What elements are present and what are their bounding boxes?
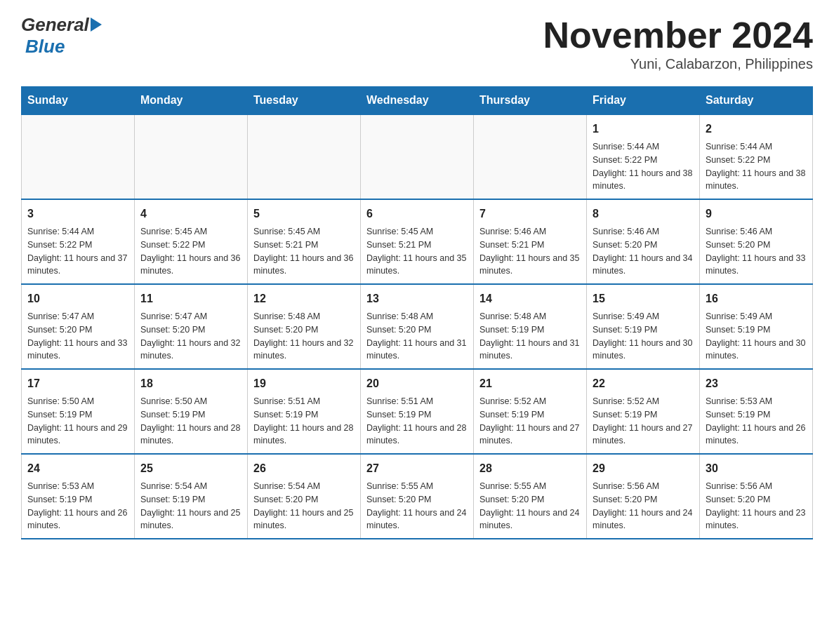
day-number: 19 — [253, 375, 355, 392]
day-number: 28 — [479, 460, 581, 477]
weekday-header-friday: Friday — [587, 87, 700, 115]
calendar-cell: 18Sunrise: 5:50 AM Sunset: 5:19 PM Dayli… — [135, 369, 248, 454]
day-info: Sunrise: 5:46 AM Sunset: 5:20 PM Dayligh… — [706, 225, 807, 278]
calendar-cell: 29Sunrise: 5:56 AM Sunset: 5:20 PM Dayli… — [587, 454, 700, 539]
calendar-cell: 12Sunrise: 5:48 AM Sunset: 5:20 PM Dayli… — [248, 284, 361, 369]
day-number: 17 — [27, 375, 128, 392]
weekday-header-wednesday: Wednesday — [361, 87, 474, 115]
calendar-cell: 10Sunrise: 5:47 AM Sunset: 5:20 PM Dayli… — [22, 284, 135, 369]
day-number: 24 — [27, 460, 128, 477]
calendar-cell: 30Sunrise: 5:56 AM Sunset: 5:20 PM Dayli… — [700, 454, 813, 539]
logo-blue-text: Blue — [22, 36, 65, 58]
calendar-cell: 26Sunrise: 5:54 AM Sunset: 5:20 PM Dayli… — [248, 454, 361, 539]
day-info: Sunrise: 5:49 AM Sunset: 5:19 PM Dayligh… — [706, 310, 807, 363]
logo: General Blue — [21, 14, 102, 58]
day-number: 7 — [479, 206, 581, 222]
day-info: Sunrise: 5:47 AM Sunset: 5:20 PM Dayligh… — [27, 310, 128, 363]
calendar-cell: 14Sunrise: 5:48 AM Sunset: 5:19 PM Dayli… — [474, 284, 587, 369]
day-info: Sunrise: 5:49 AM Sunset: 5:19 PM Dayligh… — [593, 310, 694, 363]
day-number: 11 — [140, 290, 241, 307]
month-title: November 2024 — [543, 14, 813, 56]
calendar-cell: 11Sunrise: 5:47 AM Sunset: 5:20 PM Dayli… — [135, 284, 248, 369]
day-info: Sunrise: 5:52 AM Sunset: 5:19 PM Dayligh… — [479, 395, 581, 448]
day-info: Sunrise: 5:44 AM Sunset: 5:22 PM Dayligh… — [27, 225, 128, 278]
day-number: 29 — [593, 460, 694, 477]
weekday-header-row: SundayMondayTuesdayWednesdayThursdayFrid… — [22, 87, 813, 115]
calendar-week-row: 10Sunrise: 5:47 AM Sunset: 5:20 PM Dayli… — [22, 284, 813, 369]
calendar-cell: 1Sunrise: 5:44 AM Sunset: 5:22 PM Daylig… — [587, 114, 700, 199]
calendar-cell: 2Sunrise: 5:44 AM Sunset: 5:22 PM Daylig… — [700, 114, 813, 199]
calendar-cell: 13Sunrise: 5:48 AM Sunset: 5:20 PM Dayli… — [361, 284, 474, 369]
day-number: 14 — [479, 290, 581, 307]
day-info: Sunrise: 5:46 AM Sunset: 5:21 PM Dayligh… — [479, 225, 581, 278]
calendar-cell: 21Sunrise: 5:52 AM Sunset: 5:19 PM Dayli… — [474, 369, 587, 454]
day-info: Sunrise: 5:47 AM Sunset: 5:20 PM Dayligh… — [140, 310, 241, 363]
day-number: 16 — [706, 290, 807, 307]
day-info: Sunrise: 5:51 AM Sunset: 5:19 PM Dayligh… — [366, 395, 468, 448]
day-info: Sunrise: 5:53 AM Sunset: 5:19 PM Dayligh… — [706, 395, 807, 448]
calendar-cell: 8Sunrise: 5:46 AM Sunset: 5:20 PM Daylig… — [587, 199, 700, 284]
calendar-cell: 7Sunrise: 5:46 AM Sunset: 5:21 PM Daylig… — [474, 199, 587, 284]
day-info: Sunrise: 5:48 AM Sunset: 5:20 PM Dayligh… — [253, 310, 355, 363]
day-number: 30 — [706, 460, 807, 477]
day-number: 12 — [253, 290, 355, 307]
calendar-cell: 28Sunrise: 5:55 AM Sunset: 5:20 PM Dayli… — [474, 454, 587, 539]
calendar-cell — [22, 114, 135, 199]
weekday-header-saturday: Saturday — [700, 87, 813, 115]
day-number: 18 — [140, 375, 241, 392]
day-info: Sunrise: 5:44 AM Sunset: 5:22 PM Dayligh… — [706, 140, 807, 193]
calendar-week-row: 17Sunrise: 5:50 AM Sunset: 5:19 PM Dayli… — [22, 369, 813, 454]
day-info: Sunrise: 5:54 AM Sunset: 5:20 PM Dayligh… — [253, 480, 355, 532]
calendar-cell: 9Sunrise: 5:46 AM Sunset: 5:20 PM Daylig… — [700, 199, 813, 284]
day-info: Sunrise: 5:44 AM Sunset: 5:22 PM Dayligh… — [593, 140, 694, 193]
calendar-cell: 19Sunrise: 5:51 AM Sunset: 5:19 PM Dayli… — [248, 369, 361, 454]
day-info: Sunrise: 5:53 AM Sunset: 5:19 PM Dayligh… — [27, 480, 128, 532]
day-info: Sunrise: 5:56 AM Sunset: 5:20 PM Dayligh… — [706, 480, 807, 532]
weekday-header-thursday: Thursday — [474, 87, 587, 115]
day-info: Sunrise: 5:48 AM Sunset: 5:20 PM Dayligh… — [366, 310, 468, 363]
day-info: Sunrise: 5:51 AM Sunset: 5:19 PM Dayligh… — [253, 395, 355, 448]
calendar-cell — [361, 114, 474, 199]
day-number: 22 — [593, 375, 694, 392]
calendar-week-row: 1Sunrise: 5:44 AM Sunset: 5:22 PM Daylig… — [22, 114, 813, 199]
calendar-cell — [474, 114, 587, 199]
calendar-cell — [248, 114, 361, 199]
calendar-cell: 6Sunrise: 5:45 AM Sunset: 5:21 PM Daylig… — [361, 199, 474, 284]
day-info: Sunrise: 5:45 AM Sunset: 5:21 PM Dayligh… — [366, 225, 468, 278]
calendar-cell: 27Sunrise: 5:55 AM Sunset: 5:20 PM Dayli… — [361, 454, 474, 539]
day-info: Sunrise: 5:55 AM Sunset: 5:20 PM Dayligh… — [366, 480, 468, 532]
calendar-cell: 20Sunrise: 5:51 AM Sunset: 5:19 PM Dayli… — [361, 369, 474, 454]
location-label: Yuni, Calabarzon, Philippines — [543, 56, 813, 72]
logo-general-text: General — [21, 14, 89, 36]
day-number: 6 — [366, 206, 468, 222]
calendar-cell: 17Sunrise: 5:50 AM Sunset: 5:19 PM Dayli… — [22, 369, 135, 454]
day-number: 23 — [706, 375, 807, 392]
day-info: Sunrise: 5:52 AM Sunset: 5:19 PM Dayligh… — [593, 395, 694, 448]
day-number: 8 — [593, 206, 694, 222]
day-info: Sunrise: 5:50 AM Sunset: 5:19 PM Dayligh… — [140, 395, 241, 448]
day-info: Sunrise: 5:45 AM Sunset: 5:22 PM Dayligh… — [140, 225, 241, 278]
day-number: 20 — [366, 375, 468, 392]
calendar-cell: 24Sunrise: 5:53 AM Sunset: 5:19 PM Dayli… — [22, 454, 135, 539]
calendar-cell: 22Sunrise: 5:52 AM Sunset: 5:19 PM Dayli… — [587, 369, 700, 454]
weekday-header-monday: Monday — [135, 87, 248, 115]
day-info: Sunrise: 5:55 AM Sunset: 5:20 PM Dayligh… — [479, 480, 581, 532]
day-number: 25 — [140, 460, 241, 477]
day-number: 4 — [140, 206, 241, 222]
calendar-cell: 15Sunrise: 5:49 AM Sunset: 5:19 PM Dayli… — [587, 284, 700, 369]
day-number: 1 — [593, 121, 694, 137]
calendar-header: SundayMondayTuesdayWednesdayThursdayFrid… — [22, 87, 813, 115]
page-header: General Blue November 2024 Yuni, Calabar… — [21, 14, 813, 72]
calendar-cell: 5Sunrise: 5:45 AM Sunset: 5:21 PM Daylig… — [248, 199, 361, 284]
day-number: 10 — [27, 290, 128, 307]
day-info: Sunrise: 5:45 AM Sunset: 5:21 PM Dayligh… — [253, 225, 355, 278]
day-info: Sunrise: 5:56 AM Sunset: 5:20 PM Dayligh… — [593, 480, 694, 532]
calendar-cell: 3Sunrise: 5:44 AM Sunset: 5:22 PM Daylig… — [22, 199, 135, 284]
calendar-week-row: 24Sunrise: 5:53 AM Sunset: 5:19 PM Dayli… — [22, 454, 813, 539]
day-number: 27 — [366, 460, 468, 477]
logo-arrow-icon — [91, 18, 102, 32]
calendar-body: 1Sunrise: 5:44 AM Sunset: 5:22 PM Daylig… — [22, 114, 813, 539]
day-info: Sunrise: 5:46 AM Sunset: 5:20 PM Dayligh… — [593, 225, 694, 278]
calendar-table: SundayMondayTuesdayWednesdayThursdayFrid… — [21, 86, 813, 539]
weekday-header-tuesday: Tuesday — [248, 87, 361, 115]
